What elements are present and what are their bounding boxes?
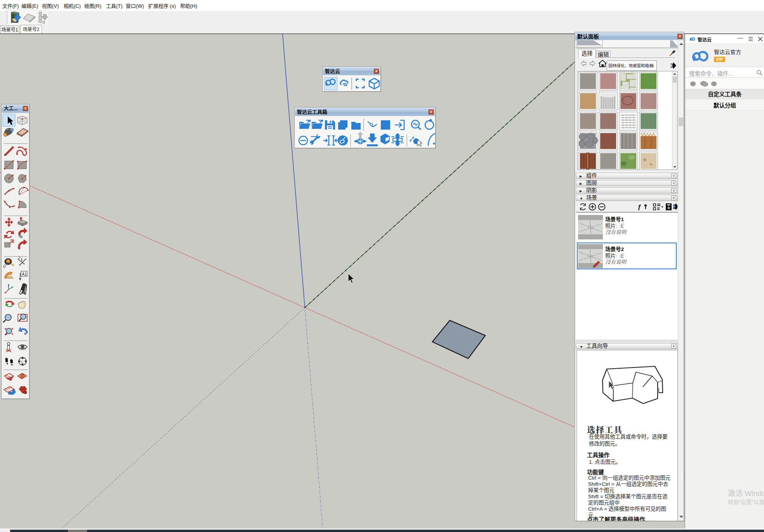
svg-text:ƒ: ƒ: [637, 203, 641, 211]
svg-text:C: C: [21, 360, 24, 364]
svg-text:3: 3: [19, 256, 20, 259]
svg-text:A1: A1: [22, 272, 27, 276]
